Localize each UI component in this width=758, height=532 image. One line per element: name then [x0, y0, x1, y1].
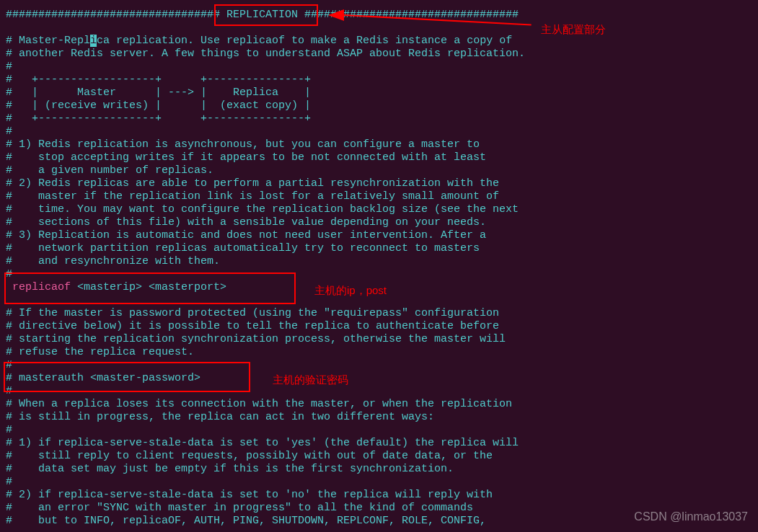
comment-line: # starting the replication synchronizati… — [6, 333, 506, 345]
comment-line: # 1) if replica-serve-stale-data is set … — [6, 437, 519, 449]
diagram-line: # +------------------+ +---------------+ — [6, 112, 311, 125]
annotation-masterauth: 主机的验证密码 — [273, 373, 348, 386]
comment-hash: # — [6, 61, 12, 73]
comment-line: # and resynchronize with them. — [6, 255, 220, 267]
comment-line: # network partition replicas automatical… — [6, 242, 480, 254]
comment-line: # is still in progress, the replica can … — [6, 411, 434, 423]
config-file-content: ################################# REPLIC… — [0, 0, 758, 532]
watermark: CSDN @linmao13037 — [634, 510, 748, 523]
comment-line: # master if the replication link is lost… — [6, 190, 499, 203]
comment-line: # but to INFO, replicaOF, AUTH, PING, SH… — [6, 515, 486, 527]
comment-line: # If the master is password protected (u… — [6, 307, 499, 319]
comment-line: # another Redis server. A few things to … — [6, 48, 525, 60]
comment-line: # When a replica loses its connection wi… — [6, 398, 512, 410]
highlight-box-replicaof — [4, 272, 296, 304]
comment-line: # time. You may want to configure the re… — [6, 203, 519, 216]
comment-line: # Master-Repl — [6, 35, 90, 47]
comment-line: # refuse the replica request. — [6, 346, 194, 358]
diagram-line: # | Master | ---> | Replica | — [6, 87, 311, 99]
arrow-icon — [328, 9, 344, 21]
annotation-top: 主从配置部分 — [541, 23, 606, 36]
comment-line: # a given number of replicas. — [6, 164, 213, 177]
comment-hash: # — [6, 125, 12, 138]
comment-line: # directive below) it is possible to tel… — [6, 320, 499, 332]
highlight-box-replication-header — [214, 4, 318, 26]
comment-line-cont: ca replication. Use replicaof to make a … — [97, 35, 512, 47]
annotation-replicaof: 主机的ip，post — [314, 284, 387, 297]
comment-line: # still reply to client requests, possib… — [6, 450, 493, 462]
comment-line: # an error "SYNC with master in progress… — [6, 502, 473, 514]
highlight-box-masterauth — [4, 362, 250, 392]
comment-line: # 2) Redis replicas are able to perform … — [6, 177, 499, 190]
cursor: i — [90, 35, 97, 47]
header-hash-left: ################################ — [6, 9, 213, 21]
comment-hash: # — [6, 424, 12, 436]
comment-line: # stop accepting writes if it appears to… — [6, 151, 486, 164]
comment-line: # sections of this file) with a sensible… — [6, 216, 486, 229]
diagram-line: # | (receive writes) | | (exact copy) | — [6, 99, 311, 112]
comment-hash: # — [6, 476, 12, 488]
comment-line: # data set may just be empty if this is … — [6, 463, 454, 475]
diagram-line: # +------------------+ +---------------+ — [6, 74, 311, 86]
comment-line: # 1) Redis replication is asynchronous, … — [6, 138, 480, 151]
comment-line: # 3) Replication is automatic and does n… — [6, 229, 486, 241]
comment-line: # 2) if replica-serve-stale-data is set … — [6, 489, 493, 501]
